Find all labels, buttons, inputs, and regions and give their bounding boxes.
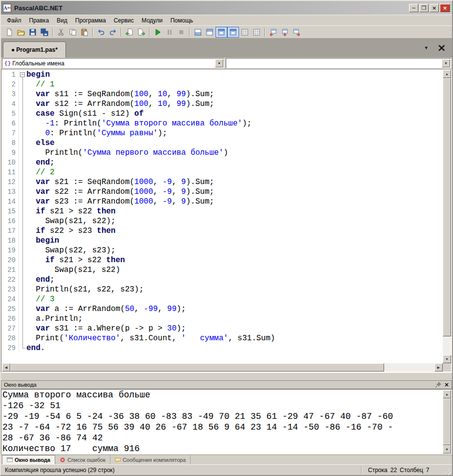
redo-button[interactable]	[107, 27, 119, 38]
code-text: if s21 > s22 then	[26, 255, 125, 265]
new-file-button[interactable]	[3, 27, 15, 38]
fold-line	[22, 246, 23, 255]
panel-splitter[interactable]	[1, 373, 452, 380]
menu-item-4[interactable]: Программа	[71, 16, 110, 25]
tab-program1[interactable]: ● Program1.pas*	[3, 41, 66, 58]
maximize-button[interactable]: ❐	[419, 4, 429, 12]
scroll-up-icon[interactable]: ▲	[443, 70, 451, 78]
code-line: 8 else	[2, 138, 443, 148]
output-window-icon	[7, 457, 13, 463]
fold-line	[22, 187, 23, 197]
scroll-left-icon[interactable]: ◀	[2, 363, 10, 372]
show-modules-window-button[interactable]	[239, 27, 251, 38]
dock-window-right-button[interactable]	[291, 27, 302, 38]
scope-combobox[interactable]: {} Глобальные имена ▼	[2, 58, 224, 68]
navigate-forward-button[interactable]	[135, 27, 147, 38]
scroll-right-icon[interactable]: ▶	[434, 363, 443, 372]
pin-icon[interactable]	[435, 382, 441, 388]
menu-item-6[interactable]: Модули	[138, 16, 167, 25]
dock-window-left-button[interactable]	[267, 27, 279, 38]
toggle-panel-a-button[interactable]	[216, 27, 227, 38]
output-vertical-scrollbar[interactable]: ▲ ▼	[443, 390, 451, 454]
bottom-tab-compiler-messages[interactable]: Сообщения компилятора	[110, 455, 191, 464]
resize-grip[interactable]	[444, 468, 451, 475]
step-program-button[interactable]	[164, 27, 175, 38]
open-file-button[interactable]	[15, 27, 27, 38]
toggle-panel-b-button[interactable]	[227, 27, 239, 38]
fold-margin: −	[19, 70, 26, 80]
editor-vertical-scrollbar[interactable]: ▲ ▼	[443, 70, 451, 363]
code-line: 1−begin	[2, 70, 443, 80]
scope-combobox-arrow-icon[interactable]: ▼	[215, 59, 223, 67]
output-panel-header: Окно вывода ×	[1, 380, 452, 389]
code-line: 25 var a := ArrRandom(50, -99, 99);	[2, 304, 443, 314]
bottom-tab-label: Сообщения компилятора	[123, 457, 186, 463]
horizontal-scroll-thumb[interactable]	[10, 363, 384, 372]
copy-button[interactable]	[67, 27, 79, 38]
braces-icon: {}	[4, 61, 11, 66]
vertical-scroll-thumb[interactable]	[443, 78, 451, 336]
window-arrow-right-icon	[293, 28, 301, 36]
cut-button[interactable]	[55, 27, 67, 38]
save-all-button[interactable]	[39, 27, 50, 38]
menu-item-2[interactable]: Правка	[25, 16, 53, 25]
line-number: 1	[2, 70, 19, 80]
code-line: 15 if s21 > s22 then	[2, 207, 443, 216]
show-templates-window-button[interactable]	[251, 27, 262, 38]
menu-item-5[interactable]: Сервис	[110, 16, 138, 25]
copy-icon	[69, 28, 77, 36]
navigate-back-button[interactable]	[124, 27, 135, 38]
title-bar: ABC PascalABC.NET ─ ❐ × ×	[1, 1, 452, 15]
line-number: 9	[2, 148, 19, 158]
fold-margin	[19, 99, 26, 109]
fold-margin	[19, 119, 26, 128]
dock-window-down-button[interactable]	[279, 27, 291, 38]
menu-item-3[interactable]: Вид	[53, 16, 71, 25]
code-line: 4 var s12 := ArrRandom(100, 10, 99).Sum;	[2, 99, 443, 109]
output-scroll-up-icon[interactable]: ▲	[443, 390, 451, 398]
bottom-tab-error-list[interactable]: Список ошибок	[55, 455, 110, 464]
close-button[interactable]: ×	[440, 4, 450, 12]
code-text: var a := ArrRandom(50, -99, 99);	[26, 304, 186, 314]
code-line: 29end.	[2, 343, 443, 353]
bottom-tab-output-window[interactable]: Окно вывода	[2, 455, 55, 464]
menu-item-7[interactable]: Помощь	[167, 16, 197, 25]
restore-button[interactable]: ×	[430, 4, 439, 12]
close-tab-icon[interactable]: ×	[437, 42, 446, 53]
line-number: 27	[2, 324, 19, 333]
paste-button[interactable]	[79, 27, 90, 38]
scroll-down-icon[interactable]: ▼	[443, 355, 451, 363]
member-combobox-arrow-icon[interactable]: ▼	[442, 59, 450, 67]
code-lines[interactable]: 1−begin2 // 13 var s11 := SeqRandom(100,…	[2, 70, 443, 363]
fold-line	[22, 119, 23, 128]
show-output-window-button[interactable]	[192, 27, 204, 38]
status-message: Компиляция прошла успешно (29 строк)	[2, 467, 359, 474]
code-line: 6 -1: Println('Сумма второго массива бол…	[2, 119, 443, 128]
fold-line	[22, 99, 23, 109]
line-number: 26	[2, 314, 19, 324]
output-close-icon[interactable]: ×	[444, 382, 449, 388]
member-combobox[interactable]: ▼	[226, 58, 451, 68]
app-icon: ABC	[3, 4, 11, 12]
output-scroll-down-icon[interactable]: ▼	[443, 445, 451, 454]
fold-line	[22, 294, 23, 304]
save-file-button[interactable]	[27, 27, 39, 38]
run-program-button[interactable]	[152, 27, 164, 38]
fold-margin	[19, 226, 26, 236]
fold-collapse-icon[interactable]: −	[20, 72, 25, 77]
show-debug-window-button[interactable]	[204, 27, 216, 38]
output-scroll-thumb[interactable]	[443, 398, 451, 445]
code-editor[interactable]: 1−begin2 // 13 var s11 := SeqRandom(100,…	[1, 69, 452, 373]
stop-program-button[interactable]	[175, 27, 187, 38]
open-file-icon	[17, 28, 25, 36]
fold-line	[22, 275, 23, 285]
toolbar-separator	[92, 28, 93, 37]
editor-horizontal-scrollbar[interactable]: ◀ ▶	[2, 363, 443, 372]
line-number: 16	[2, 216, 19, 226]
code-line: 21 Swap(s21, s22)	[2, 265, 443, 275]
tab-list-dropdown-icon[interactable]: ▼	[424, 45, 429, 50]
undo-button[interactable]	[95, 27, 107, 38]
minimize-button[interactable]: ─	[409, 4, 418, 12]
menu-item-1[interactable]: Файл	[3, 16, 25, 25]
line-number: 22	[2, 275, 19, 285]
